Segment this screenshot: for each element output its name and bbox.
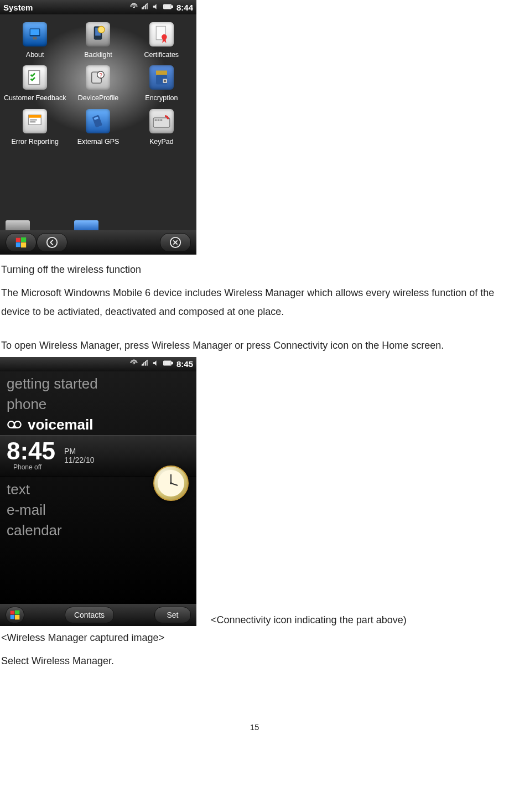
svg-rect-39	[21, 242, 26, 247]
svg-rect-51	[164, 362, 170, 365]
keypad-item[interactable]: KeyPad	[130, 106, 193, 146]
svg-rect-33	[155, 119, 157, 121]
back-button[interactable]	[37, 233, 67, 252]
caption-wireless-manager-image: <Wireless Manager captured image>	[0, 626, 509, 649]
svg-rect-61	[11, 615, 15, 619]
item-label: Backlight	[84, 51, 112, 59]
svg-marker-48	[153, 361, 157, 366]
item-label: KeyPad	[149, 138, 174, 146]
encryption-item[interactable]: Encryption	[130, 62, 193, 102]
paragraph-wireless-manager-desc: The Microsoft Windowns Mobile 6 device i…	[0, 281, 509, 323]
svg-rect-9	[164, 5, 170, 8]
about-item[interactable]: About	[3, 19, 66, 59]
svg-point-17	[162, 34, 167, 40]
statusbar-time: 8:44	[176, 3, 193, 12]
svg-rect-36	[16, 238, 20, 242]
screenshot-system-settings: System 8:44 About	[0, 0, 196, 255]
svg-rect-38	[16, 242, 20, 247]
statusbar-time: 8:45	[176, 359, 193, 369]
svg-point-52	[8, 421, 14, 428]
svg-point-42	[133, 363, 135, 365]
item-label: About	[26, 51, 44, 59]
svg-rect-50	[172, 363, 173, 364]
volume-icon	[152, 3, 160, 12]
softkey-set[interactable]: Set	[154, 607, 191, 623]
battery-icon	[163, 359, 173, 369]
external-gps-item[interactable]: External GPS	[66, 106, 129, 146]
about-icon	[23, 22, 47, 46]
certificates-item[interactable]: Certificates	[130, 19, 193, 59]
svg-rect-27	[29, 115, 41, 118]
customer-feedback-item[interactable]: Customer Feedback	[3, 62, 66, 102]
customer-feedback-icon	[23, 65, 47, 90]
volume-icon	[152, 359, 160, 369]
menu-calendar[interactable]: calendar	[0, 520, 196, 541]
external-gps-icon	[86, 109, 110, 133]
ampm-label: PM	[64, 447, 95, 456]
status-bar: 8:45	[0, 357, 196, 371]
item-label: Error Reporting	[11, 138, 58, 146]
svg-rect-23	[156, 71, 167, 75]
clock-icon	[153, 466, 189, 501]
signal-icon	[141, 359, 149, 369]
svg-point-53	[14, 421, 21, 428]
svg-rect-37	[21, 237, 26, 242]
error-reporting-item[interactable]: Error Reporting	[3, 106, 66, 146]
menu-label: voicemail	[28, 416, 94, 433]
softkey-contacts[interactable]: Contacts	[65, 607, 114, 623]
menu-voicemail[interactable]: voicemail	[0, 415, 196, 435]
backlight-item[interactable]: Backlight	[66, 19, 129, 59]
svg-rect-8	[172, 6, 173, 7]
encryption-icon	[149, 65, 174, 90]
certificates-icon	[149, 22, 174, 46]
phone-off-label: Phone off	[7, 463, 55, 472]
date-label: 11/22/10	[64, 456, 95, 464]
voicemail-icon	[7, 417, 22, 432]
svg-point-25	[164, 80, 165, 82]
svg-rect-62	[15, 615, 19, 619]
svg-rect-11	[30, 29, 39, 35]
svg-point-15	[98, 26, 105, 33]
svg-rect-60	[15, 610, 19, 614]
device-profile-icon: ?	[86, 65, 110, 90]
svg-rect-29	[30, 121, 35, 123]
connectivity-icon[interactable]	[130, 359, 138, 369]
menu-phone[interactable]: phone	[0, 394, 196, 415]
keypad-icon	[149, 109, 174, 133]
svg-marker-6	[153, 4, 157, 9]
svg-point-58	[170, 482, 172, 484]
item-label: Encryption	[145, 94, 178, 102]
screenshot-home-screen: 8:45 getting started phone voicemail 8:4…	[0, 357, 196, 626]
battery-icon	[163, 3, 173, 12]
svg-rect-59	[11, 611, 15, 614]
heading-turning-off-wireless: Turning off the wireless function	[0, 258, 509, 281]
device-profile-item[interactable]: ? DeviceProfile	[66, 62, 129, 102]
menu-email[interactable]: e-mail	[0, 500, 196, 520]
item-label: Certificates	[144, 51, 179, 59]
svg-text:?: ?	[100, 73, 103, 79]
close-button[interactable]	[160, 233, 191, 252]
backlight-icon	[86, 22, 110, 46]
menu-getting-started[interactable]: getting started	[0, 374, 196, 394]
item-label: DeviceProfile	[78, 94, 119, 102]
big-time: 8:45	[7, 439, 55, 463]
item-label: Customer Feedback	[4, 94, 66, 102]
svg-rect-12	[33, 37, 37, 40]
svg-rect-34	[157, 119, 159, 121]
paragraph-open-wireless-manager: To open Wireless Manager, press Wireless…	[0, 334, 509, 357]
svg-point-40	[47, 237, 57, 247]
instruction-select-wireless-manager: Select Wireless Manager.	[0, 649, 509, 673]
statusbar-title: System	[3, 3, 127, 12]
svg-rect-28	[30, 119, 37, 121]
svg-rect-30	[92, 115, 103, 127]
page-number: 15	[0, 722, 509, 732]
caption-connectivity-icon: <Connectivity icon indicating the part a…	[211, 614, 407, 626]
svg-rect-35	[160, 119, 162, 121]
signal-icon	[141, 3, 149, 12]
status-bar: System 8:44	[0, 0, 196, 14]
start-button[interactable]	[6, 233, 37, 252]
start-button[interactable]	[6, 607, 24, 623]
error-reporting-icon	[23, 109, 47, 133]
svg-point-0	[133, 6, 135, 8]
connectivity-icon[interactable]	[130, 3, 138, 12]
